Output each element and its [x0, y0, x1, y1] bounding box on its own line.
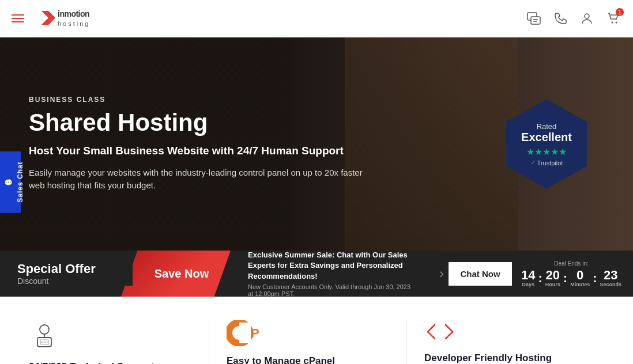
- svg-rect-17: [239, 323, 251, 343]
- offer-middle: Exclusive Summer Sale: Chat with Our Sal…: [231, 251, 428, 297]
- offer-arrow-decoration: ›: [439, 266, 444, 282]
- chat-sidebar-label: Sales Chat: [16, 161, 24, 202]
- hero-subtitle: Host Your Small Business Website with 24…: [29, 144, 375, 158]
- hero-title: Shared Hosting: [29, 109, 375, 136]
- countdown-hours: 20 Hours: [545, 269, 560, 287]
- svg-text:inmotion: inmotion: [58, 9, 89, 18]
- countdown: 14 Days : 20 Hours : 0 Minutes : 23 Seco…: [521, 269, 621, 287]
- save-now-button[interactable]: Save Now: [155, 267, 209, 280]
- trust-provider: ✓ Trustpilot: [530, 159, 563, 166]
- deal-ends-label: Deal Ends in:: [554, 260, 588, 267]
- trust-excellent: Excellent: [521, 131, 572, 144]
- svg-text:hosting: hosting: [58, 20, 90, 27]
- navbar: inmotion hosting: [0, 0, 633, 37]
- offer-title: Special Offer: [17, 261, 115, 276]
- support-icon: [29, 320, 191, 354]
- countdown-minutes: 0 Minutes: [570, 269, 590, 287]
- countdown-sep-2: :: [562, 272, 569, 285]
- offer-chat-main: Exclusive Summer Sale: Chat with Our Sal…: [248, 251, 416, 282]
- feature-developer: Developer Friendly Hosting Get Hosting P…: [407, 320, 604, 364]
- cart-icon-nav[interactable]: 1: [605, 10, 621, 26]
- trust-stars: ★★★★★: [526, 146, 567, 157]
- user-icon-nav[interactable]: [579, 10, 595, 26]
- countdown-sep-3: :: [591, 272, 598, 285]
- svg-point-8: [585, 14, 589, 18]
- chat-icon-nav[interactable]: [526, 10, 542, 26]
- chat-sidebar-icon: 💬: [5, 177, 13, 187]
- feature-cpanel: P Easy to Manage cPanel Softaculous app …: [209, 320, 407, 364]
- sales-chat-sidebar[interactable]: 💬 Sales Chat: [0, 151, 21, 213]
- navbar-left: inmotion hosting: [12, 6, 111, 31]
- offer-left: Special Offer Discount: [0, 261, 133, 286]
- svg-point-10: [616, 22, 617, 24]
- deal-ends-section: Deal Ends in: 14 Days : 20 Hours : 0 Min…: [521, 260, 621, 287]
- trust-rated: Rated: [537, 122, 557, 131]
- hero-label: BUSINESS CLASS: [29, 96, 375, 104]
- offer-subtitle: Discount: [17, 276, 115, 286]
- chat-now-button[interactable]: Chat Now: [449, 262, 512, 286]
- features-section: 24/7/365 Technical Support Your customer…: [0, 297, 633, 364]
- hero-description: Easily manage your websites with the ind…: [29, 166, 375, 192]
- phone-icon-nav[interactable]: [552, 10, 568, 26]
- svg-text:P: P: [251, 326, 259, 340]
- logo-svg: inmotion hosting: [36, 6, 111, 31]
- navbar-right: 1: [526, 10, 621, 26]
- feature-support-title: 24/7/365 Technical Support: [29, 361, 191, 364]
- countdown-days: 14 Days: [521, 269, 535, 287]
- offer-right: › Chat Now Deal Ends in: 14 Days : 20 Ho…: [428, 260, 633, 287]
- svg-point-11: [40, 325, 49, 334]
- hero-content: BUSINESS CLASS Shared Hosting Host Your …: [0, 73, 404, 215]
- cpanel-icon: P: [227, 320, 389, 348]
- offer-banner: Special Offer Discount Save Now Exclusiv…: [0, 251, 633, 297]
- svg-rect-5: [531, 17, 540, 24]
- hero-section: BUSINESS CLASS Shared Hosting Host Your …: [0, 37, 633, 251]
- feature-support: 24/7/365 Technical Support Your customer…: [29, 320, 209, 364]
- countdown-seconds: 23 Seconds: [600, 269, 621, 287]
- feature-developer-title: Developer Friendly Hosting: [424, 352, 587, 364]
- cart-badge: 1: [616, 8, 624, 16]
- offer-chat-sub: New Customer Accounts Only. Valid throug…: [248, 283, 416, 297]
- svg-point-9: [612, 22, 613, 24]
- developer-icon: [424, 320, 587, 346]
- hamburger-menu[interactable]: [12, 14, 24, 22]
- save-now-section: Save Now: [133, 251, 231, 297]
- logo[interactable]: inmotion hosting: [36, 6, 111, 31]
- countdown-sep-1: :: [536, 272, 544, 285]
- feature-cpanel-title: Easy to Manage cPanel: [227, 355, 389, 364]
